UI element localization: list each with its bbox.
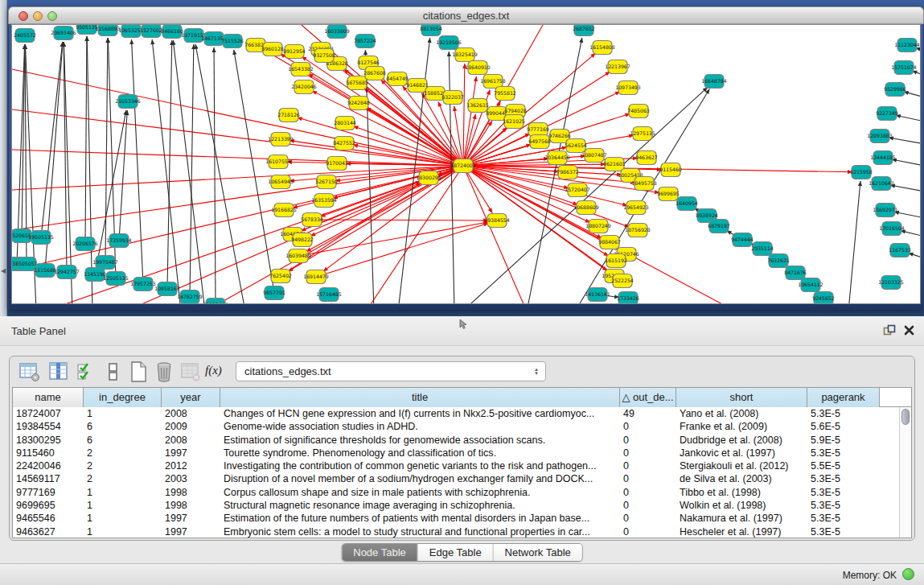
column-header-out_de[interactable]: △ out_de... [620, 388, 676, 407]
table-cell[interactable]: 2003 [162, 472, 220, 485]
table-cell[interactable]: 0 [620, 420, 676, 433]
graph-edge[interactable] [316, 223, 488, 277]
table-cell[interactable]: 19384554 [13, 420, 84, 433]
table-row[interactable]: 1830029562008Estimation of significance … [13, 434, 911, 447]
table-cell[interactable]: 18300295 [13, 434, 84, 447]
table-cell[interactable]: 14569117 [13, 472, 84, 485]
table-cell[interactable]: 1998 [162, 499, 220, 512]
graph-edge[interactable] [87, 36, 92, 304]
table-settings-icon[interactable] [18, 360, 41, 383]
table-cell[interactable]: 2 [84, 447, 162, 459]
table-cell[interactable]: 2009 [162, 420, 220, 433]
table-cell[interactable]: 1998 [162, 486, 220, 499]
table-cell[interactable]: 5.3E-5 [807, 499, 880, 512]
table-cell[interactable]: Dudbridge et al. (2008) [676, 434, 807, 447]
table-cell[interactable]: Disruption of a novel member of a sodium… [220, 472, 620, 485]
table-cell[interactable]: 1 [84, 525, 162, 538]
scrollbar-thumb[interactable] [901, 409, 910, 425]
table-cell[interactable]: Wolkin et al. (1998) [676, 499, 807, 512]
table-cell[interactable]: Genome-wide association studies in ADHD. [220, 420, 620, 433]
table-cell[interactable]: 9777169 [13, 486, 84, 499]
graph-edge[interactable] [12, 166, 463, 270]
table-cell[interactable]: 0 [620, 459, 676, 472]
graph-edge[interactable] [214, 47, 216, 304]
collapse-arrow-icon[interactable]: ◀ [1, 267, 6, 274]
tab-network-table[interactable]: Network Table [494, 544, 582, 561]
table-cell[interactable]: Investigating the contribution of common… [220, 459, 620, 472]
new-document-icon[interactable] [127, 360, 150, 383]
function-icon[interactable]: f(x) [205, 364, 232, 386]
graph-edge[interactable] [331, 303, 334, 304]
table-cell[interactable]: 5.3E-5 [807, 447, 880, 459]
graph-edge[interactable] [195, 44, 245, 304]
graph-edge[interactable] [463, 166, 527, 304]
graph-edge[interactable] [463, 166, 627, 205]
table-cell[interactable]: 1 [84, 486, 162, 499]
table-cell[interactable]: 5.6E-5 [807, 420, 880, 433]
table-cell[interactable]: Estimation of the future numbers of pati… [220, 512, 620, 525]
table-cell[interactable]: 0 [620, 525, 676, 538]
table-cell[interactable]: Yano et al. (2008) [676, 407, 807, 420]
table-panel-header[interactable]: Table Panel [0, 316, 924, 346]
graph-edge[interactable] [234, 50, 274, 293]
table-row[interactable]: 1456911722003Disruption of a novel membe… [13, 472, 911, 485]
table-cell[interactable]: 2 [84, 472, 162, 485]
table-body[interactable]: 1872400712008Changes of HCN gene express… [13, 407, 911, 538]
graph-edge[interactable] [167, 40, 172, 289]
table-row[interactable]: 2242004622012Investigating the contribut… [13, 459, 911, 472]
table-cell[interactable]: 0 [620, 512, 676, 525]
table-cell[interactable]: 5.3E-5 [807, 472, 880, 485]
table-cell[interactable]: 1997 [162, 525, 220, 538]
table-cell[interactable]: Hescheler et al. (1997) [676, 525, 807, 538]
network-view-window[interactable]: citations_edges.txt 18724007183002951938… [8, 6, 924, 310]
graph-edge[interactable] [95, 110, 126, 274]
network-canvas[interactable]: 1872400718300295193845542342004627181261… [11, 24, 921, 304]
table-cell[interactable]: Changes of HCN gene expression and I(f) … [220, 407, 620, 420]
table-cell[interactable]: 2012 [162, 459, 220, 472]
tab-node-table[interactable]: Node Table [342, 544, 418, 561]
table-cell[interactable]: Tibbo et al. (1998) [676, 486, 807, 499]
graph-edge[interactable] [132, 39, 143, 284]
float-panel-icon[interactable] [883, 324, 896, 337]
table-cell[interactable]: Nakamura et al. (1997) [676, 512, 807, 525]
graph-edge[interactable] [449, 51, 454, 304]
window-titlebar[interactable]: citations_edges.txt [8, 6, 924, 24]
table-cell[interactable]: 0 [620, 499, 676, 512]
table-cell[interactable]: 5.3E-5 [807, 512, 880, 525]
graph-edge[interactable] [12, 166, 463, 190]
table-row[interactable]: 911546021997Tourette syndrome. Phenomeno… [13, 447, 911, 459]
table-cell[interactable]: 1997 [162, 512, 220, 525]
column-header-pagerank[interactable]: pagerank [807, 388, 880, 407]
table-cell[interactable]: 49 [620, 407, 676, 420]
checklist-icon[interactable] [75, 360, 97, 383]
table-cell[interactable]: 5.3E-5 [807, 407, 880, 420]
table-cell[interactable]: Jankovic et al. (1997) [676, 447, 807, 459]
table-cell[interactable]: 0 [620, 486, 676, 499]
table-cell[interactable]: Corpus callosum shape and size in male p… [220, 486, 620, 499]
table-cell[interactable]: 6 [84, 434, 162, 447]
table-cell[interactable]: 6 [84, 420, 162, 433]
table-cell[interactable]: 5.3E-5 [807, 486, 880, 499]
table-cell[interactable]: 0 [620, 472, 676, 485]
table-cell[interactable]: 1 [84, 512, 162, 525]
table-cell[interactable]: 1 [84, 499, 162, 512]
graph-edge[interactable] [119, 110, 127, 241]
tab-edge-table[interactable]: Edge Table [418, 544, 494, 561]
graph-edge[interactable] [41, 42, 63, 237]
table-cell[interactable]: 0 [620, 447, 676, 459]
table-cell[interactable]: Embryonic stem cells: a model to study s… [220, 525, 620, 538]
table-cell[interactable]: Tourette syndrome. Phenomenology and cla… [220, 447, 620, 459]
table-cell[interactable]: 9699695 [13, 499, 84, 512]
rows-icon[interactable] [102, 360, 125, 383]
node-table[interactable]: namein_degreeyeartitle△ out_de...shortpa… [12, 387, 912, 538]
column-visibility-icon[interactable] [47, 360, 70, 383]
table-cell[interactable]: 5.9E-5 [807, 434, 880, 447]
table-cell[interactable]: 18724007 [13, 407, 84, 420]
table-row[interactable]: 946554611997Estimation of the future num… [13, 512, 911, 525]
table-cell[interactable]: 9465546 [13, 512, 84, 525]
graph-edge[interactable] [152, 39, 181, 304]
column-header-in_degree[interactable]: in_degree [84, 388, 162, 407]
graph-edge[interactable] [105, 38, 108, 262]
table-cell[interactable]: 2008 [162, 407, 220, 420]
column-header-title[interactable]: title [220, 388, 620, 407]
